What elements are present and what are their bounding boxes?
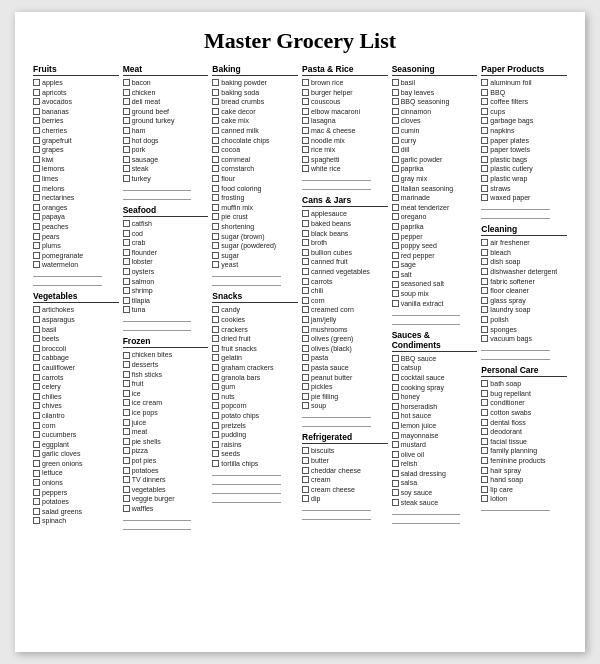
checkbox[interactable] bbox=[33, 261, 40, 268]
checkbox[interactable] bbox=[212, 441, 219, 448]
checkbox[interactable] bbox=[123, 258, 130, 265]
checkbox[interactable] bbox=[33, 127, 40, 134]
checkbox[interactable] bbox=[123, 278, 130, 285]
checkbox[interactable] bbox=[302, 335, 309, 342]
checkbox[interactable] bbox=[212, 213, 219, 220]
checkbox[interactable] bbox=[212, 127, 219, 134]
checkbox[interactable] bbox=[392, 281, 399, 288]
checkbox[interactable] bbox=[212, 165, 219, 172]
checkbox[interactable] bbox=[33, 98, 40, 105]
checkbox[interactable] bbox=[481, 316, 488, 323]
checkbox[interactable] bbox=[212, 316, 219, 323]
checkbox[interactable] bbox=[481, 287, 488, 294]
checkbox[interactable] bbox=[481, 476, 488, 483]
checkbox[interactable] bbox=[212, 460, 219, 467]
checkbox[interactable] bbox=[302, 316, 309, 323]
checkbox[interactable] bbox=[212, 252, 219, 259]
checkbox[interactable] bbox=[123, 390, 130, 397]
checkbox[interactable] bbox=[302, 354, 309, 361]
checkbox[interactable] bbox=[123, 428, 130, 435]
checkbox[interactable] bbox=[212, 79, 219, 86]
checkbox[interactable] bbox=[33, 508, 40, 515]
checkbox[interactable] bbox=[481, 98, 488, 105]
checkbox[interactable] bbox=[392, 213, 399, 220]
checkbox[interactable] bbox=[392, 137, 399, 144]
checkbox[interactable] bbox=[302, 393, 309, 400]
checkbox[interactable] bbox=[392, 499, 399, 506]
checkbox[interactable] bbox=[212, 345, 219, 352]
checkbox[interactable] bbox=[481, 89, 488, 96]
checkbox[interactable] bbox=[392, 290, 399, 297]
checkbox[interactable] bbox=[481, 258, 488, 265]
checkbox[interactable] bbox=[33, 326, 40, 333]
checkbox[interactable] bbox=[302, 402, 309, 409]
checkbox[interactable] bbox=[123, 175, 130, 182]
checkbox[interactable] bbox=[33, 185, 40, 192]
checkbox[interactable] bbox=[33, 117, 40, 124]
checkbox[interactable] bbox=[302, 127, 309, 134]
checkbox[interactable] bbox=[392, 422, 399, 429]
checkbox[interactable] bbox=[212, 146, 219, 153]
checkbox[interactable] bbox=[481, 447, 488, 454]
checkbox[interactable] bbox=[212, 117, 219, 124]
checkbox[interactable] bbox=[212, 431, 219, 438]
checkbox[interactable] bbox=[302, 220, 309, 227]
checkbox[interactable] bbox=[392, 165, 399, 172]
checkbox[interactable] bbox=[123, 447, 130, 454]
checkbox[interactable] bbox=[33, 165, 40, 172]
checkbox[interactable] bbox=[33, 441, 40, 448]
checkbox[interactable] bbox=[33, 470, 40, 477]
checkbox[interactable] bbox=[123, 108, 130, 115]
checkbox[interactable] bbox=[302, 364, 309, 371]
checkbox[interactable] bbox=[33, 316, 40, 323]
checkbox[interactable] bbox=[33, 204, 40, 211]
checkbox[interactable] bbox=[302, 476, 309, 483]
checkbox[interactable] bbox=[481, 79, 488, 86]
checkbox[interactable] bbox=[212, 223, 219, 230]
checkbox[interactable] bbox=[481, 326, 488, 333]
checkbox[interactable] bbox=[33, 450, 40, 457]
checkbox[interactable] bbox=[392, 89, 399, 96]
checkbox[interactable] bbox=[212, 402, 219, 409]
checkbox[interactable] bbox=[392, 98, 399, 105]
checkbox[interactable] bbox=[302, 156, 309, 163]
checkbox[interactable] bbox=[123, 127, 130, 134]
checkbox[interactable] bbox=[33, 89, 40, 96]
checkbox[interactable] bbox=[33, 306, 40, 313]
checkbox[interactable] bbox=[123, 249, 130, 256]
checkbox[interactable] bbox=[481, 194, 488, 201]
checkbox[interactable] bbox=[123, 297, 130, 304]
checkbox[interactable] bbox=[392, 460, 399, 467]
checkbox[interactable] bbox=[123, 371, 130, 378]
checkbox[interactable] bbox=[33, 242, 40, 249]
checkbox[interactable] bbox=[212, 204, 219, 211]
checkbox[interactable] bbox=[481, 467, 488, 474]
checkbox[interactable] bbox=[481, 390, 488, 397]
checkbox[interactable] bbox=[33, 345, 40, 352]
checkbox[interactable] bbox=[481, 457, 488, 464]
checkbox[interactable] bbox=[481, 268, 488, 275]
checkbox[interactable] bbox=[302, 249, 309, 256]
checkbox[interactable] bbox=[392, 156, 399, 163]
checkbox[interactable] bbox=[302, 89, 309, 96]
checkbox[interactable] bbox=[481, 495, 488, 502]
checkbox[interactable] bbox=[481, 335, 488, 342]
checkbox[interactable] bbox=[123, 287, 130, 294]
checkbox[interactable] bbox=[33, 402, 40, 409]
checkbox[interactable] bbox=[481, 185, 488, 192]
checkbox[interactable] bbox=[302, 239, 309, 246]
checkbox[interactable] bbox=[212, 354, 219, 361]
checkbox[interactable] bbox=[33, 489, 40, 496]
checkbox[interactable] bbox=[302, 297, 309, 304]
checkbox[interactable] bbox=[33, 233, 40, 240]
checkbox[interactable] bbox=[33, 146, 40, 153]
checkbox[interactable] bbox=[123, 146, 130, 153]
checkbox[interactable] bbox=[212, 185, 219, 192]
checkbox[interactable] bbox=[212, 108, 219, 115]
checkbox[interactable] bbox=[302, 230, 309, 237]
checkbox[interactable] bbox=[123, 239, 130, 246]
checkbox[interactable] bbox=[302, 495, 309, 502]
checkbox[interactable] bbox=[392, 300, 399, 307]
checkbox[interactable] bbox=[302, 210, 309, 217]
checkbox[interactable] bbox=[392, 403, 399, 410]
